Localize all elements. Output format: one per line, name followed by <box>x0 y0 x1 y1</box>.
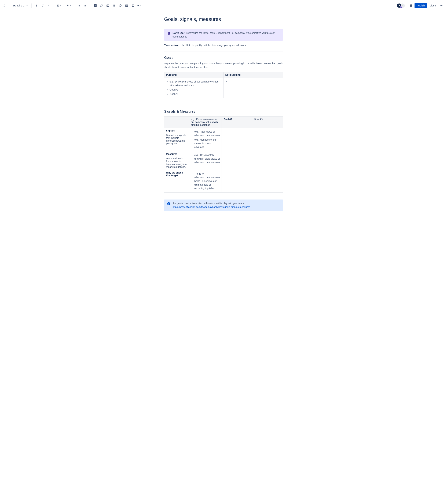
chevron-down-icon: ▼ <box>70 5 71 6</box>
svg-point-2 <box>50 5 50 6</box>
signals-goal3-cell[interactable] <box>252 128 283 151</box>
svg-rect-22 <box>168 33 169 33</box>
info-link[interactable]: https://www.atlassian.com/team-playbook/… <box>173 206 250 208</box>
note-icon <box>167 32 170 35</box>
measures-goal1-cell[interactable]: e.g., 10% monthly growth in page views o… <box>189 151 222 170</box>
north-star-text: Summarize the larger team-, department-,… <box>173 32 274 38</box>
info-text: For guided instructions visit on how to … <box>173 202 244 205</box>
document-content[interactable]: Goals, signals, measures North Star: Sum… <box>157 11 290 228</box>
avatar-badge: C <box>400 6 402 8</box>
time-horizon-text: Use /date to quickly add the date range … <box>180 44 246 47</box>
insert-button[interactable]: +▼ <box>136 3 142 8</box>
goals-description[interactable]: Separate the goals you are pursuing and … <box>164 62 283 69</box>
svg-rect-21 <box>168 33 169 33</box>
numbered-list-button[interactable]: 123 <box>82 3 88 8</box>
info-panel-body[interactable]: For guided instructions visit on how to … <box>173 202 280 209</box>
pursuing-cell[interactable]: e.g., Drive awareness of our company val… <box>164 78 224 98</box>
heading-selector[interactable]: Heading 2 ▼ <box>12 3 29 8</box>
divider <box>164 105 283 105</box>
note-panel[interactable]: North Star: Summarize the larger team-, … <box>164 29 283 41</box>
signals-heading[interactable]: Signals & Measures <box>164 109 283 113</box>
list-item[interactable]: e.g., 10% monthly growth in page views o… <box>194 153 220 164</box>
svg-point-17 <box>440 5 441 6</box>
signals-goal2-cell[interactable] <box>222 128 252 151</box>
column-header-pursuing[interactable]: Pursuing <box>164 72 224 78</box>
svg-point-4 <box>78 5 78 6</box>
row-label-why[interactable]: Why we chose that target <box>164 170 189 193</box>
svg-rect-16 <box>133 5 134 7</box>
user-avatar[interactable]: CK C <box>397 3 401 8</box>
chevron-down-icon: ▼ <box>60 5 62 6</box>
more-actions-button[interactable] <box>439 3 444 8</box>
svg-point-13 <box>121 5 121 6</box>
layouts-button[interactable] <box>130 3 136 8</box>
italic-button[interactable] <box>40 3 46 8</box>
close-button[interactable]: Close <box>428 3 438 8</box>
measures-goal3-cell[interactable] <box>252 151 283 170</box>
not-pursuing-cell[interactable] <box>224 78 283 98</box>
list-item[interactable] <box>229 80 281 84</box>
list-item[interactable]: e.g., Mentions of our values in press co… <box>194 138 220 149</box>
page-title[interactable]: Goals, signals, measures <box>164 16 283 22</box>
list-item[interactable]: Goal #2 <box>170 88 222 91</box>
svg-point-25 <box>169 203 169 203</box>
why-label: Why we chose that target <box>166 171 187 177</box>
signals-measures-table[interactable]: e.g., Drive awareness of our company val… <box>164 116 283 193</box>
alignment-button[interactable]: ▼ <box>56 3 62 8</box>
column-header-empty[interactable] <box>164 116 189 128</box>
why-goal3-cell[interactable] <box>252 170 283 193</box>
north-star-label: North Star: <box>173 32 185 34</box>
text-color-button[interactable]: A▼ <box>66 3 72 8</box>
mention-button[interactable] <box>111 3 117 8</box>
restrictions-button[interactable] <box>408 3 414 8</box>
publish-button[interactable]: Publish <box>414 3 427 8</box>
table-row-signals: Signals Brainstorm signals that indicate… <box>164 128 283 151</box>
why-goal2-cell[interactable] <box>222 170 252 193</box>
note-panel-body[interactable]: North Star: Summarize the larger team-, … <box>173 31 280 38</box>
column-header-goal1[interactable]: e.g., Drive awareness of our company val… <box>189 116 222 128</box>
goals-heading[interactable]: Goals <box>164 56 283 60</box>
confluence-logo <box>3 3 7 8</box>
emoji-button[interactable] <box>117 3 123 8</box>
chevron-down-icon: ▼ <box>139 5 141 6</box>
list-item[interactable]: e.g., Page views of atlassian.com/compan… <box>194 130 220 137</box>
measures-goal2-cell[interactable] <box>222 151 252 170</box>
separator <box>31 3 32 8</box>
column-header-goal3[interactable]: Goal #3 <box>252 116 283 128</box>
why-goal1-cell[interactable]: Traffic to atlassian.com/company helps u… <box>189 170 222 193</box>
image-button[interactable] <box>105 3 111 8</box>
svg-point-18 <box>441 5 442 6</box>
link-button[interactable] <box>99 3 104 8</box>
svg-point-5 <box>78 6 78 6</box>
goals-table[interactable]: Pursuing Not pursuing e.g., Drive awaren… <box>164 72 283 98</box>
svg-rect-26 <box>169 203 169 205</box>
table-row-why: Why we chose that target Traffic to atla… <box>164 170 283 193</box>
bullet-list-button[interactable] <box>76 3 82 8</box>
row-label-signals[interactable]: Signals Brainstorm signals that indicate… <box>164 128 189 151</box>
column-header-not-pursuing[interactable]: Not pursuing <box>224 72 283 78</box>
bold-button[interactable] <box>34 3 39 8</box>
svg-point-3 <box>78 5 78 5</box>
divider <box>164 51 283 52</box>
table-row-measures: Measures Use the signals from above to b… <box>164 151 283 170</box>
svg-point-11 <box>119 4 121 7</box>
more-formatting-button[interactable] <box>46 3 52 8</box>
check-icon <box>94 4 97 7</box>
action-item-button[interactable] <box>92 3 98 8</box>
row-label-measures[interactable]: Measures Use the signals from above to b… <box>164 151 189 170</box>
table-button[interactable] <box>124 3 129 8</box>
list-item[interactable]: Goal #3 <box>170 92 222 96</box>
info-panel[interactable]: For guided instructions visit on how to … <box>164 199 283 211</box>
list-item[interactable]: Traffic to atlassian.com/company helps u… <box>194 172 220 190</box>
svg-rect-15 <box>132 5 133 7</box>
signals-goal1-cell[interactable]: e.g., Page views of atlassian.com/compan… <box>189 128 222 151</box>
time-horizon-label: Time horizon: <box>164 44 180 47</box>
table-row: e.g., Drive awareness of our company val… <box>164 116 283 128</box>
list-item[interactable]: e.g., Drive awareness of our company val… <box>170 80 222 87</box>
svg-point-19 <box>442 5 442 6</box>
svg-text:3: 3 <box>84 6 84 7</box>
svg-point-12 <box>120 5 120 6</box>
time-horizon-paragraph[interactable]: Time horizon: Use /date to quickly add t… <box>164 43 283 47</box>
column-header-goal2[interactable]: Goal #2 <box>222 116 252 128</box>
svg-point-1 <box>49 5 49 6</box>
